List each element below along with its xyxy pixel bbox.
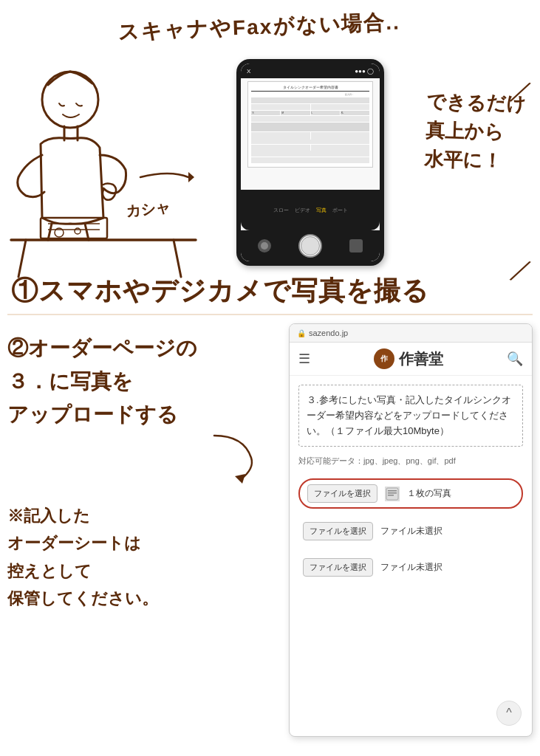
doc-grid3 <box>251 145 369 151</box>
note-line1: ※記入した <box>7 502 222 529</box>
supported-formats: 対応可能データ：jpg、jpeg、png、gif、pdf <box>298 456 523 467</box>
nav-search-icon[interactable]: 🔍 <box>507 351 523 367</box>
tick-mark1: ╱ <box>510 78 530 106</box>
doc-header: タイルシンクオーダー希望内容書 <box>251 85 369 92</box>
doc-cell <box>251 132 310 140</box>
doc-row4 <box>251 140 369 144</box>
lock-icon: 🔒 <box>297 329 306 337</box>
doc-row6 <box>251 157 369 163</box>
address-bar-url: sazendo.jp <box>309 329 348 337</box>
choose-file-btn-1[interactable]: ファイルを選択 <box>307 484 377 503</box>
doc-row3 <box>251 123 369 131</box>
right-hint-line1: できるだけ <box>426 87 527 120</box>
camera-mode-slow: スロー <box>273 207 289 214</box>
phone-status-bar: X ●●● ◯ <box>241 63 380 78</box>
file-name-1: １枚の写真 <box>407 487 451 500</box>
main-page: スキャナやFaxがない場合.. <box>0 0 540 756</box>
doc-grid2 <box>251 132 369 140</box>
camera-mode-portrait: ポート <box>332 207 348 214</box>
browser-nav: ☰ 作 作善堂 🔍 <box>290 343 532 376</box>
logo-mark: 作 <box>380 354 388 364</box>
camera-shutter-btn[interactable] <box>298 234 322 258</box>
file-upload-row-2: ファイルを選択 ファイル未選択 <box>298 518 523 545</box>
doc-cell <box>311 104 369 110</box>
file-name-3: ファイル未選択 <box>380 561 442 574</box>
phone-bottom-bar: スロー ビデオ 写真 ポート <box>241 190 380 230</box>
person-illustration <box>4 41 211 287</box>
camera-mode-photo: 写真 <box>316 207 327 214</box>
svg-point-5 <box>75 228 81 234</box>
phone-content: タイルシンクオーダー希望内容書 記入日： S M L XL <box>241 78 380 190</box>
file-upload-row-1: ファイルを選択 １枚の写真 <box>298 478 523 509</box>
camera-mode-video: ビデオ <box>295 207 310 214</box>
doc-cell <box>311 132 369 140</box>
upload-description: ３.参考にしたい写真・記入したタイルシンクオーダー希望内容などをアップロードして… <box>298 385 523 447</box>
phone-screen: X ●●● ◯ タイルシンクオーダー希望内容書 記入日： S <box>241 63 380 261</box>
step2-line2: ３．に写真を <box>7 365 229 399</box>
file-name-2: ファイル未選択 <box>380 525 442 537</box>
nav-logo-text: 作善堂 <box>399 349 443 369</box>
svg-rect-10 <box>388 492 397 494</box>
choose-file-btn-3[interactable]: ファイルを選択 <box>303 558 373 577</box>
svg-marker-7 <box>235 474 245 484</box>
step2-text: ②オーダーページの ３．に写真を アップロードする <box>7 332 229 431</box>
tick-mark2: ╱ <box>510 257 530 284</box>
phone-status-left: X <box>247 68 250 75</box>
doc-row2 <box>251 116 369 122</box>
note-text: ※記入した オーダーシートは 控えとして 保管してください。 <box>7 502 222 613</box>
phone-status-right: ●●● ◯ <box>355 68 374 75</box>
note-line2: オーダーシートは <box>7 529 222 557</box>
step2-line1: ②オーダーページの <box>7 332 229 365</box>
scroll-to-top-btn[interactable]: ^ <box>496 701 522 726</box>
svg-rect-11 <box>388 495 394 496</box>
hamburger-icon[interactable]: ☰ <box>298 351 310 367</box>
file-upload-row-3: ファイルを選択 ファイル未選択 <box>298 554 523 581</box>
doc-cell <box>311 145 369 151</box>
step1-heading: ①スマホやデジカメで写真を撮る <box>11 273 429 309</box>
doc-row <box>251 97 369 103</box>
doc-row5 <box>251 151 369 157</box>
divider <box>7 314 533 315</box>
phone-document: タイルシンクオーダー希望内容書 記入日： S M L XL <box>247 81 372 168</box>
step2-line3: アップロードする <box>7 399 229 432</box>
browser-address-bar: 🔒 sazendo.jp <box>290 324 532 343</box>
nav-logo: 作 作善堂 <box>374 348 443 369</box>
browser-mockup: 🔒 sazendo.jp ☰ 作 作善堂 🔍 ３.参考にしたい写真・記入したタイ… <box>289 323 533 737</box>
doc-cell <box>251 104 310 110</box>
svg-marker-6 <box>188 172 194 182</box>
svg-rect-9 <box>388 490 397 492</box>
note-line4: 保管してください。 <box>7 585 222 612</box>
arrow-to-browser <box>199 428 273 487</box>
right-hint-line3: 水平に！ <box>424 145 524 177</box>
doc-grid <box>251 104 369 110</box>
note-line3: 控えとして <box>7 557 222 585</box>
right-hint-line2: 真上から <box>425 116 525 148</box>
phone-mockup: X ●●● ◯ タイルシンクオーダー希望内容書 記入日： S <box>236 59 384 266</box>
nav-logo-circle: 作 <box>374 348 394 369</box>
doc-cell <box>251 145 310 151</box>
kasha-text: カシャ <box>125 197 171 221</box>
svg-rect-8 <box>386 488 398 500</box>
file-icon-1 <box>385 487 400 501</box>
choose-file-btn-2[interactable]: ファイルを選択 <box>303 522 373 540</box>
browser-content: ３.参考にしたい写真・記入したタイルシンクオーダー希望内容などをアップロードして… <box>290 376 532 736</box>
